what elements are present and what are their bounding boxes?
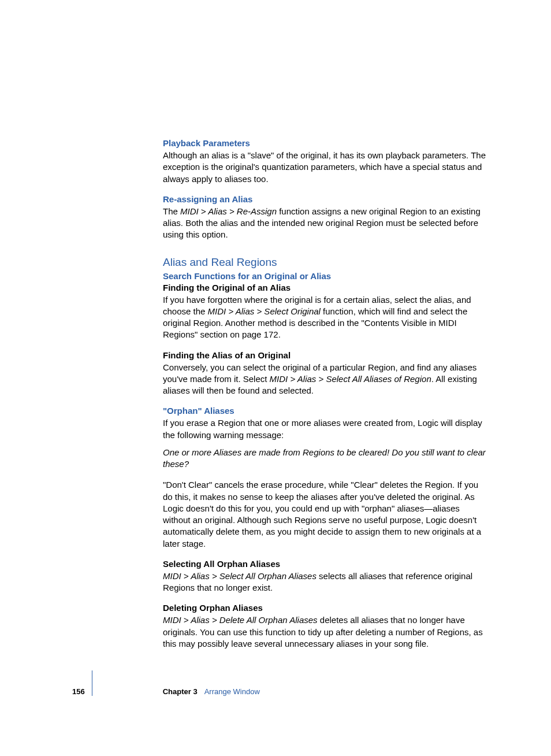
page-number: 156 [72, 687, 85, 696]
menu-path-italic: MIDI > Alias > Delete All Orphan Aliases [163, 615, 318, 625]
heading-search-functions: Search Functions for an Original or Alia… [163, 271, 486, 281]
body-orphan-intro: If you erase a Region that one or more a… [163, 417, 486, 441]
body-finding-alias: Conversely, you can select the original … [163, 362, 486, 397]
heading-alias-real-regions: Alias and Real Regions [163, 256, 486, 269]
menu-path-italic: MIDI > Alias > Re-Assign [180, 206, 277, 216]
body-reassigning-alias: The MIDI > Alias > Re-Assign function as… [163, 206, 486, 241]
page-content: Playback Parameters Although an alias is… [163, 138, 486, 659]
heading-playback-parameters: Playback Parameters [163, 138, 486, 148]
body-playback-parameters: Although an alias is a "slave" of the or… [163, 150, 486, 185]
chapter-title: Arrange Window [204, 687, 260, 696]
menu-path-italic: MIDI > Alias > Select All Orphan Aliases [163, 571, 317, 581]
menu-path-italic: MIDI > Alias > Select Original [208, 306, 321, 316]
heading-finding-alias: Finding the Alias of an Original [163, 350, 486, 360]
text-fragment: The [163, 206, 180, 216]
body-orphan-explanation: "Don't Clear" cancels the erase procedur… [163, 479, 486, 550]
heading-finding-original: Finding the Original of an Alias [163, 283, 486, 292]
heading-reassigning-alias: Re-assigning an Alias [163, 194, 486, 204]
heading-orphan-aliases: "Orphan" Aliases [163, 406, 486, 416]
body-selecting-orphan: MIDI > Alias > Select All Orphan Aliases… [163, 570, 486, 594]
chapter-label: Chapter 3 [163, 687, 198, 696]
heading-selecting-orphan: Selecting All Orphan Aliases [163, 559, 486, 569]
body-finding-original: If you have forgotten where the original… [163, 294, 486, 341]
heading-deleting-orphan: Deleting Orphan Aliases [163, 603, 486, 613]
body-deleting-orphan: MIDI > Alias > Delete All Orphan Aliases… [163, 614, 486, 650]
footer-divider [92, 670, 92, 696]
menu-path-italic: MIDI > Alias > Select All Aliases of Reg… [270, 374, 431, 384]
warning-message-italic: One or more Aliases are made from Region… [163, 447, 486, 470]
page-footer: 156 Chapter 3 Arrange Window [72, 679, 488, 704]
